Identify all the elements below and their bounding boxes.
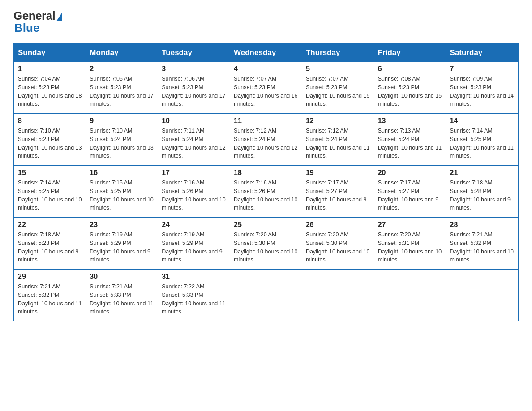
day-info: Sunrise: 7:12 AM Sunset: 5:24 PM Dayligh… [234, 127, 298, 160]
day-info: Sunrise: 7:11 AM Sunset: 5:24 PM Dayligh… [162, 127, 226, 160]
day-number: 2 [90, 65, 154, 73]
day-number: 27 [378, 221, 442, 229]
calendar-cell [374, 269, 446, 321]
day-info: Sunrise: 7:13 AM Sunset: 5:24 PM Dayligh… [378, 127, 442, 160]
calendar-cell: 12 Sunrise: 7:12 AM Sunset: 5:24 PM Dayl… [302, 113, 374, 165]
day-number: 4 [234, 65, 298, 73]
day-number: 26 [306, 221, 370, 229]
day-info: Sunrise: 7:17 AM Sunset: 5:27 PM Dayligh… [378, 179, 442, 212]
day-number: 17 [162, 169, 226, 177]
calendar-cell: 18 Sunrise: 7:16 AM Sunset: 5:26 PM Dayl… [230, 165, 302, 217]
day-number: 13 [378, 117, 442, 125]
day-info: Sunrise: 7:10 AM Sunset: 5:24 PM Dayligh… [90, 127, 154, 160]
day-number: 14 [450, 117, 514, 125]
day-number: 12 [306, 117, 370, 125]
day-info: Sunrise: 7:15 AM Sunset: 5:25 PM Dayligh… [90, 179, 154, 212]
calendar-cell: 9 Sunrise: 7:10 AM Sunset: 5:24 PM Dayli… [86, 113, 158, 165]
calendar-cell [230, 269, 302, 321]
day-number: 21 [450, 169, 514, 177]
calendar-cell: 20 Sunrise: 7:17 AM Sunset: 5:27 PM Dayl… [374, 165, 446, 217]
day-info: Sunrise: 7:04 AM Sunset: 5:23 PM Dayligh… [18, 75, 82, 108]
logo-blue-text: Blue [14, 21, 39, 35]
day-info: Sunrise: 7:22 AM Sunset: 5:33 PM Dayligh… [162, 283, 226, 316]
day-info: Sunrise: 7:14 AM Sunset: 5:25 PM Dayligh… [18, 179, 82, 212]
header-thursday: Thursday [302, 43, 374, 62]
day-info: Sunrise: 7:16 AM Sunset: 5:26 PM Dayligh… [234, 179, 298, 212]
day-info: Sunrise: 7:20 AM Sunset: 5:30 PM Dayligh… [306, 231, 370, 264]
page-header: General Blue [13, 9, 519, 35]
day-info: Sunrise: 7:21 AM Sunset: 5:33 PM Dayligh… [90, 283, 154, 316]
day-info: Sunrise: 7:18 AM Sunset: 5:28 PM Dayligh… [450, 179, 514, 212]
calendar-cell: 23 Sunrise: 7:19 AM Sunset: 5:29 PM Dayl… [86, 217, 158, 269]
calendar-cell: 28 Sunrise: 7:21 AM Sunset: 5:32 PM Dayl… [446, 217, 518, 269]
day-info: Sunrise: 7:12 AM Sunset: 5:24 PM Dayligh… [306, 127, 370, 160]
day-number: 7 [450, 65, 514, 73]
day-number: 16 [90, 169, 154, 177]
header-tuesday: Tuesday [158, 43, 230, 62]
header-monday: Monday [86, 43, 158, 62]
day-info: Sunrise: 7:16 AM Sunset: 5:26 PM Dayligh… [162, 179, 226, 212]
day-number: 22 [18, 221, 82, 229]
calendar-cell: 31 Sunrise: 7:22 AM Sunset: 5:33 PM Dayl… [158, 269, 230, 321]
calendar-cell: 4 Sunrise: 7:07 AM Sunset: 5:23 PM Dayli… [230, 62, 302, 113]
day-number: 6 [378, 65, 442, 73]
day-number: 10 [162, 117, 226, 125]
day-number: 5 [306, 65, 370, 73]
day-number: 20 [378, 169, 442, 177]
calendar-cell: 29 Sunrise: 7:21 AM Sunset: 5:32 PM Dayl… [14, 269, 86, 321]
day-number: 29 [18, 273, 82, 281]
day-number: 9 [90, 117, 154, 125]
calendar-table: SundayMondayTuesdayWednesdayThursdayFrid… [13, 43, 519, 321]
header-sunday: Sunday [14, 43, 86, 62]
calendar-cell: 22 Sunrise: 7:18 AM Sunset: 5:28 PM Dayl… [14, 217, 86, 269]
calendar-cell: 7 Sunrise: 7:09 AM Sunset: 5:23 PM Dayli… [446, 62, 518, 113]
day-number: 15 [18, 169, 82, 177]
day-info: Sunrise: 7:21 AM Sunset: 5:32 PM Dayligh… [18, 283, 82, 316]
calendar-cell: 27 Sunrise: 7:20 AM Sunset: 5:31 PM Dayl… [374, 217, 446, 269]
calendar-cell: 19 Sunrise: 7:17 AM Sunset: 5:27 PM Dayl… [302, 165, 374, 217]
calendar-week-5: 29 Sunrise: 7:21 AM Sunset: 5:32 PM Dayl… [14, 269, 518, 321]
calendar-header-row: SundayMondayTuesdayWednesdayThursdayFrid… [14, 43, 518, 62]
day-info: Sunrise: 7:06 AM Sunset: 5:23 PM Dayligh… [162, 75, 226, 108]
day-number: 19 [306, 169, 370, 177]
calendar-cell: 3 Sunrise: 7:06 AM Sunset: 5:23 PM Dayli… [158, 62, 230, 113]
day-number: 23 [90, 221, 154, 229]
day-info: Sunrise: 7:07 AM Sunset: 5:23 PM Dayligh… [306, 75, 370, 108]
day-info: Sunrise: 7:10 AM Sunset: 5:23 PM Dayligh… [18, 127, 82, 160]
header-wednesday: Wednesday [230, 43, 302, 62]
calendar-week-2: 8 Sunrise: 7:10 AM Sunset: 5:23 PM Dayli… [14, 113, 518, 165]
logo: General Blue [13, 9, 62, 35]
day-info: Sunrise: 7:18 AM Sunset: 5:28 PM Dayligh… [18, 231, 82, 264]
calendar-cell: 1 Sunrise: 7:04 AM Sunset: 5:23 PM Dayli… [14, 62, 86, 113]
logo-triangle-icon [56, 13, 62, 21]
calendar-cell: 10 Sunrise: 7:11 AM Sunset: 5:24 PM Dayl… [158, 113, 230, 165]
day-info: Sunrise: 7:20 AM Sunset: 5:31 PM Dayligh… [378, 231, 442, 264]
calendar-week-3: 15 Sunrise: 7:14 AM Sunset: 5:25 PM Dayl… [14, 165, 518, 217]
calendar-week-4: 22 Sunrise: 7:18 AM Sunset: 5:28 PM Dayl… [14, 217, 518, 269]
day-number: 11 [234, 117, 298, 125]
day-number: 8 [18, 117, 82, 125]
calendar-cell [446, 269, 518, 321]
day-number: 24 [162, 221, 226, 229]
calendar-cell [302, 269, 374, 321]
calendar-cell: 25 Sunrise: 7:20 AM Sunset: 5:30 PM Dayl… [230, 217, 302, 269]
calendar-cell: 8 Sunrise: 7:10 AM Sunset: 5:23 PM Dayli… [14, 113, 86, 165]
calendar-cell: 21 Sunrise: 7:18 AM Sunset: 5:28 PM Dayl… [446, 165, 518, 217]
day-number: 3 [162, 65, 226, 73]
header-saturday: Saturday [446, 43, 518, 62]
calendar-cell: 30 Sunrise: 7:21 AM Sunset: 5:33 PM Dayl… [86, 269, 158, 321]
day-info: Sunrise: 7:21 AM Sunset: 5:32 PM Dayligh… [450, 231, 514, 264]
day-number: 1 [18, 65, 82, 73]
day-info: Sunrise: 7:14 AM Sunset: 5:25 PM Dayligh… [450, 127, 514, 160]
header-friday: Friday [374, 43, 446, 62]
calendar-cell: 5 Sunrise: 7:07 AM Sunset: 5:23 PM Dayli… [302, 62, 374, 113]
calendar-cell: 2 Sunrise: 7:05 AM Sunset: 5:23 PM Dayli… [86, 62, 158, 113]
day-info: Sunrise: 7:19 AM Sunset: 5:29 PM Dayligh… [162, 231, 226, 264]
calendar-cell: 16 Sunrise: 7:15 AM Sunset: 5:25 PM Dayl… [86, 165, 158, 217]
day-number: 25 [234, 221, 298, 229]
day-info: Sunrise: 7:17 AM Sunset: 5:27 PM Dayligh… [306, 179, 370, 212]
day-number: 28 [450, 221, 514, 229]
calendar-cell: 14 Sunrise: 7:14 AM Sunset: 5:25 PM Dayl… [446, 113, 518, 165]
day-number: 18 [234, 169, 298, 177]
day-info: Sunrise: 7:05 AM Sunset: 5:23 PM Dayligh… [90, 75, 154, 108]
